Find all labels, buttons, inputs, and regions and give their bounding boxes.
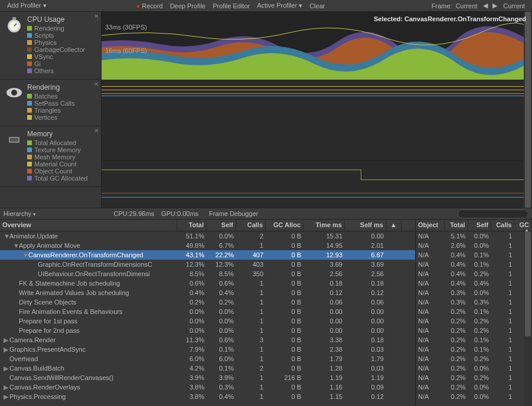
table-row[interactable]: N/A5.1%0.0%1: [416, 231, 532, 241]
search-field[interactable]: [458, 209, 528, 218]
table-row[interactable]: ▶Canvas.RenderOverlays3.8%0.3%10 B1.160.…: [0, 382, 415, 392]
deep-profile-button[interactable]: Deep Profile: [167, 1, 210, 11]
expand-icon[interactable]: ▶: [4, 365, 9, 372]
col-gc[interactable]: GC A: [514, 220, 532, 231]
table-row[interactable]: N/A0.2%0.2%1: [416, 373, 532, 382]
table-row[interactable]: ▶Physics.Processing3.8%0.4%10 B1.150.12: [0, 392, 415, 401]
table-row[interactable]: N/A0.2%0.0%1: [416, 364, 532, 373]
table-row[interactable]: Overhead6.0%6.0%10 B1.791.79: [0, 354, 415, 364]
col-total[interactable]: Total: [177, 220, 207, 231]
table-row[interactable]: Canvas.SendWillRenderCanvases()3.9%3.9%1…: [0, 373, 415, 382]
close-icon[interactable]: ✕: [94, 13, 99, 19]
table-row[interactable]: N/A0.4%0.4%1: [416, 279, 532, 288]
table-row[interactable]: N/A0.4%0.1%1: [416, 250, 532, 260]
current-frame-button[interactable]: Current: [500, 1, 528, 11]
table-row[interactable]: ▶Canvas.BuildBatch4.2%0.1%20 B1.280.03: [0, 364, 415, 373]
legend-item[interactable]: GarbageCollector: [27, 46, 85, 53]
cpu-time: CPU:29.96ms: [114, 210, 154, 217]
table-row[interactable]: N/A0.2%0.2%1: [416, 316, 532, 326]
expand-icon[interactable]: ▶: [4, 336, 9, 344]
table-row[interactable]: Prepare for 1st pass0.0%0.0%10 B0.000.00: [0, 316, 415, 326]
clear-button[interactable]: Clear: [306, 1, 328, 11]
legend-item[interactable]: Others: [27, 67, 85, 74]
table-row[interactable]: Fire Animation Events & Behaviours0.0%0.…: [0, 307, 415, 316]
table-row[interactable]: FK & Statemachine Job scheduling0.6%0.6%…: [0, 279, 415, 288]
table-row[interactable]: N/A0.2%0.1%1: [416, 335, 532, 345]
col-overview[interactable]: Overview: [0, 220, 177, 231]
col-calls[interactable]: Calls: [491, 220, 514, 231]
prev-frame-button[interactable]: ◀: [481, 1, 490, 11]
profile-editor-button[interactable]: Profile Editor: [209, 1, 253, 11]
col-object[interactable]: Object: [416, 220, 445, 231]
expand-icon[interactable]: ▼: [13, 242, 19, 249]
legend-item[interactable]: Rendering: [27, 25, 85, 32]
legend-item[interactable]: Mesh Memory: [27, 153, 88, 161]
table-row[interactable]: ▼Apply Animator Move49.8%6.7%10 B14.952.…: [0, 241, 415, 250]
next-frame-button[interactable]: ▶: [490, 1, 500, 11]
table-row[interactable]: ▼Animator.Update51.1%0.0%20 B15.310.00: [0, 231, 415, 241]
legend-item[interactable]: Object Count: [27, 168, 88, 175]
memory-graph[interactable]: [102, 161, 532, 208]
hierarchy-dropdown[interactable]: Hierarchy: [4, 210, 36, 217]
expand-icon[interactable]: ▶: [4, 346, 9, 353]
cpu-usage-module[interactable]: ✕ CPU Usage RenderingScriptsPhysicsGarba…: [0, 12, 101, 80]
rendering-graph[interactable]: [102, 80, 532, 161]
scrollbar[interactable]: [524, 12, 532, 208]
graph-area[interactable]: Selected: CanvasRenderer.OnTransformChan…: [102, 12, 532, 208]
col-self[interactable]: Self: [468, 220, 491, 231]
frame-debugger-button[interactable]: Frame Debugger: [205, 209, 262, 218]
table-row[interactable]: N/A0.3%0.0%1: [416, 288, 532, 297]
table-row[interactable]: N/A0.2%0.2%1: [416, 354, 532, 364]
table-row[interactable]: ▶Graphics.PresentAndSync7.9%0.1%10 B2.38…: [0, 345, 415, 354]
expand-icon[interactable]: ▼: [4, 233, 9, 240]
legend-item[interactable]: Vertices: [27, 114, 74, 121]
col-calls[interactable]: Calls: [236, 220, 266, 231]
col-self[interactable]: Self: [207, 220, 236, 231]
close-icon[interactable]: ✕: [94, 127, 99, 134]
legend-item[interactable]: SetPass Calls: [27, 100, 74, 107]
legend-item[interactable]: Scripts: [27, 32, 85, 39]
table-row[interactable]: UIBehaviour.OnRectTransformDimensi8.5%8.…: [0, 269, 415, 279]
legend-label: Total GC Allocated: [34, 175, 88, 182]
table-row[interactable]: N/A0.4%0.1%1: [416, 260, 532, 269]
add-profiler-dropdown[interactable]: Add Profiler ▾: [4, 1, 50, 11]
legend-item[interactable]: Material Count: [27, 161, 88, 168]
col-time[interactable]: Time ms: [303, 220, 345, 231]
table-row[interactable]: Dirty Scene Objects0.2%0.2%10 B0.060.06: [0, 297, 415, 307]
table-row[interactable]: N/A0.2%0.1%1: [416, 345, 532, 354]
table-row[interactable]: ▶Camera.Render11.3%0.6%30 B3.380.18: [0, 335, 415, 345]
col-selfms[interactable]: Self ms: [345, 220, 386, 231]
legend-item[interactable]: Gi: [27, 60, 85, 67]
expand-icon[interactable]: ▶: [4, 393, 9, 401]
table-row[interactable]: N/A0.2%0.0%1: [416, 382, 532, 392]
table-row[interactable]: N/A0.2%0.1%1: [416, 307, 532, 316]
record-button[interactable]: Record: [133, 1, 167, 11]
legend-item[interactable]: Physics: [27, 39, 85, 46]
legend-item[interactable]: Total Allocated: [27, 139, 88, 146]
table-row[interactable]: Graphic.OnRectTransformDimensionsC12.3%1…: [0, 260, 415, 269]
table-row[interactable]: ▼CanvasRenderer.OnTransformChanged43.1%2…: [0, 250, 415, 260]
table-row[interactable]: Write Animated Values Job scheduling0.4%…: [0, 288, 415, 297]
legend-item[interactable]: VSync: [27, 53, 85, 60]
rendering-module[interactable]: ✕ Rendering BatchesSetPass CallsTriangle…: [0, 80, 101, 126]
col-sort[interactable]: ▲: [386, 220, 402, 231]
legend-item[interactable]: Texture Memory: [27, 146, 88, 153]
memory-module[interactable]: ✕ Memory Total AllocatedTexture MemoryMe…: [0, 126, 101, 187]
table-row[interactable]: N/A2.6%0.0%1: [416, 241, 532, 250]
table-row[interactable]: N/A0.2%0.2%1: [416, 326, 532, 335]
legend-item[interactable]: Total GC Allocated: [27, 175, 88, 182]
active-profiler-dropdown[interactable]: Active Profiler ▾: [253, 1, 306, 11]
search-input[interactable]: [458, 209, 528, 218]
close-icon[interactable]: ✕: [94, 81, 99, 87]
expand-icon[interactable]: ▶: [4, 384, 9, 391]
table-row[interactable]: N/A0.4%0.2%1: [416, 269, 532, 279]
col-total[interactable]: Total: [445, 220, 468, 231]
scrollbar[interactable]: [524, 231, 532, 406]
table-row[interactable]: N/A0.2%0.0%1: [416, 392, 532, 401]
expand-icon[interactable]: ▼: [22, 251, 28, 258]
legend-item[interactable]: Batches: [27, 93, 74, 100]
col-gc[interactable]: GC Alloc: [266, 220, 303, 231]
table-row[interactable]: Prepare for 2nd pass0.0%0.0%10 B0.000.00: [0, 326, 415, 335]
table-row[interactable]: N/A0.3%0.3%1: [416, 297, 532, 307]
legend-item[interactable]: Triangles: [27, 107, 74, 114]
